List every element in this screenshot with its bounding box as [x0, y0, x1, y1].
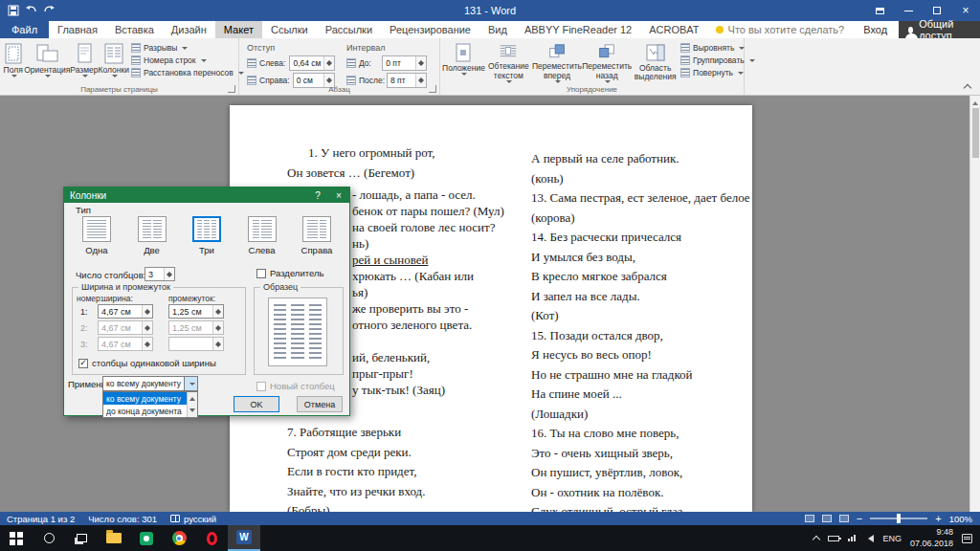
- dialog-launcher-icon[interactable]: [228, 85, 235, 93]
- system-tray: ENG 9:4807.06.2018: [813, 525, 980, 551]
- sign-in-button[interactable]: Вход: [852, 21, 899, 38]
- zoom-level[interactable]: 100%: [949, 514, 972, 524]
- scroll-down-icon[interactable]: [189, 408, 195, 415]
- type-option-two[interactable]: Две: [129, 216, 175, 255]
- clock[interactable]: 9:4807.06.2018: [910, 527, 953, 549]
- stepper-icon[interactable]: [212, 305, 223, 318]
- share-button[interactable]: Общий доступ: [899, 21, 980, 38]
- show-hidden-icons-chevron[interactable]: [813, 536, 820, 543]
- row1-width-input[interactable]: 4,67 см: [98, 304, 153, 319]
- line-numbers-button[interactable]: Номера строк: [131, 55, 234, 65]
- selection-pane-button[interactable]: Область выделения: [632, 41, 679, 83]
- apply-to-combobox[interactable]: ко всему документу: [102, 376, 198, 391]
- word-taskbar-button[interactable]: W: [228, 525, 260, 551]
- row1-gap-value: 1,25 см: [172, 307, 202, 317]
- chrome-button[interactable]: [163, 525, 195, 551]
- zoom-out-button[interactable]: −: [857, 514, 862, 524]
- word-count[interactable]: Число слов: 301: [81, 514, 164, 524]
- action-center-icon[interactable]: [962, 534, 972, 543]
- type-option-left[interactable]: Слева: [239, 216, 285, 255]
- tab-design[interactable]: Дизайн: [163, 21, 215, 38]
- redo-icon[interactable]: [43, 5, 56, 16]
- scroll-up-icon[interactable]: [189, 394, 195, 401]
- collapse-ribbon-icon[interactable]: [964, 84, 971, 92]
- tab-home[interactable]: Главная: [49, 21, 106, 38]
- dialog-close-button[interactable]: ×: [328, 187, 349, 203]
- stepper-icon[interactable]: [142, 305, 152, 318]
- row1-gap-input[interactable]: 1,25 см: [168, 304, 224, 319]
- scrollbar-thumb[interactable]: [972, 108, 979, 158]
- ok-button[interactable]: OK: [234, 396, 279, 412]
- lightbulb-icon: [716, 26, 724, 33]
- tab-references[interactable]: Ссылки: [262, 21, 317, 38]
- stepper-icon[interactable]: [323, 56, 334, 70]
- number-of-columns-input[interactable]: 3: [145, 267, 175, 281]
- separator-checkbox[interactable]: Разделитель: [256, 268, 323, 278]
- combobox-arrow-button[interactable]: [184, 377, 197, 390]
- opera-button[interactable]: [195, 525, 228, 551]
- send-backward-button[interactable]: Переместить назад: [582, 41, 632, 83]
- align-button[interactable]: Выровнять: [680, 43, 740, 53]
- hyphenation-button[interactable]: Расстановка переносов: [131, 68, 234, 77]
- tab-view[interactable]: Вид: [479, 21, 516, 38]
- tab-layout[interactable]: Макет: [215, 21, 262, 38]
- indent-right-value: 0 см: [297, 76, 313, 85]
- size-button[interactable]: Размер: [70, 41, 98, 83]
- spacing-before-input[interactable]: 0 пт: [382, 55, 427, 71]
- scroll-up-icon[interactable]: [972, 99, 978, 105]
- file-explorer-button[interactable]: [98, 525, 130, 551]
- network-icon[interactable]: [848, 535, 856, 541]
- indent-left-label: Слева:: [259, 58, 286, 68]
- page-count[interactable]: Страница 1 из 2: [0, 514, 81, 524]
- breaks-button[interactable]: Разрывы: [131, 43, 234, 53]
- app-button-green[interactable]: [130, 525, 163, 551]
- position-button[interactable]: Положение: [442, 41, 485, 83]
- group-button[interactable]: Группировать: [680, 55, 740, 65]
- tab-acrobat[interactable]: ACROBAT: [640, 21, 707, 38]
- stepper-icon[interactable]: [415, 56, 426, 70]
- dialog-launcher-icon[interactable]: [429, 85, 436, 93]
- tab-file[interactable]: Файл: [0, 21, 49, 38]
- read-mode-icon[interactable]: [805, 515, 814, 522]
- tab-insert[interactable]: Вставка: [106, 21, 163, 38]
- type-option-three[interactable]: Три: [184, 216, 230, 255]
- wrap-text-button[interactable]: Обтекание текстом: [485, 41, 532, 83]
- task-view-button[interactable]: [65, 525, 98, 551]
- web-layout-icon[interactable]: [839, 515, 849, 522]
- dropdown-option-to-end[interactable]: до конца документа: [103, 405, 187, 417]
- tab-mailings[interactable]: Рассылки: [317, 21, 381, 38]
- input-language-indicator[interactable]: ENG: [882, 534, 902, 543]
- tab-abbyy[interactable]: ABBYY FineReader 12: [516, 21, 640, 38]
- print-layout-icon[interactable]: [822, 515, 832, 522]
- number-of-columns-label: Число столбцов:: [76, 270, 145, 280]
- dropdown-scrollbar[interactable]: [187, 392, 197, 417]
- cancel-button[interactable]: Отмена: [297, 396, 343, 412]
- tell-me-box[interactable]: Что вы хотите сделать?: [708, 21, 853, 38]
- stepper-icon[interactable]: [164, 268, 174, 280]
- save-icon[interactable]: [8, 5, 19, 16]
- equal-width-checkbox[interactable]: ✓столбцы одинаковой ширины: [78, 358, 216, 368]
- tab-review[interactable]: Рецензирование: [381, 21, 479, 38]
- start-button[interactable]: [0, 525, 33, 551]
- undo-icon[interactable]: [25, 5, 37, 16]
- type-option-one[interactable]: Одна: [74, 216, 120, 255]
- margins-button[interactable]: Поля: [2, 41, 24, 83]
- zoom-slider-handle[interactable]: [897, 514, 901, 523]
- rotate-button[interactable]: Повернуть: [680, 68, 740, 77]
- columns-button[interactable]: Колонки: [99, 41, 129, 83]
- dialog-help-button[interactable]: ?: [307, 187, 328, 203]
- type-option-right[interactable]: Справа: [294, 216, 340, 255]
- battery-icon[interactable]: [828, 536, 839, 541]
- zoom-slider[interactable]: [870, 518, 927, 519]
- volume-icon[interactable]: [864, 535, 874, 542]
- ribbon-display-options-button[interactable]: [865, 0, 894, 21]
- dialog-title-bar[interactable]: Колонки ? ×: [64, 187, 349, 203]
- orientation-button[interactable]: Ориентация: [24, 41, 70, 83]
- indent-left-input[interactable]: 0,64 см: [289, 55, 335, 71]
- proofing-status[interactable]: русский: [164, 514, 223, 524]
- bring-forward-button[interactable]: Переместить вперед: [532, 41, 582, 83]
- zoom-in-button[interactable]: +: [935, 514, 941, 524]
- vertical-scrollbar[interactable]: [969, 96, 980, 512]
- dropdown-option-whole-document[interactable]: ко всему документу: [103, 392, 187, 405]
- cortana-search-button[interactable]: [33, 525, 65, 551]
